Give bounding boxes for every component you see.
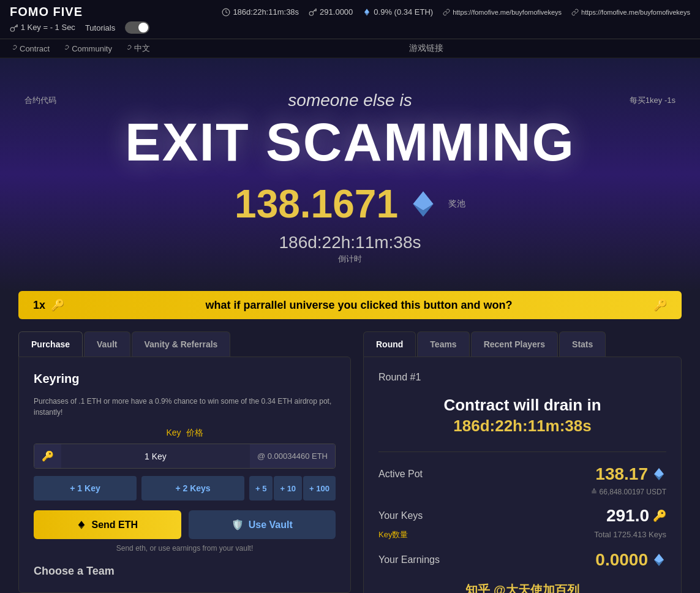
tab-recent-players[interactable]: Recent Players	[471, 331, 558, 357]
eth-icon-header	[363, 8, 371, 17]
info-text: Purchases of .1 ETH or more have a 0.9% …	[34, 396, 336, 418]
qty-plus10[interactable]: + 10	[274, 476, 302, 500]
eth-icon-earnings	[652, 553, 666, 567]
key-price-box: @ 0.00034460 ETH	[250, 444, 335, 468]
keys-stat: 291.0000	[309, 7, 353, 17]
pot-label: 奖池	[448, 198, 465, 210]
keys-sub-label: Key数量	[378, 529, 408, 540]
contract-icon	[10, 45, 17, 52]
key-quantity-input[interactable]	[61, 444, 250, 468]
divider1	[378, 451, 666, 452]
tab-vault[interactable]: Vault	[84, 331, 130, 357]
buy-bar[interactable]: 1x 🔑 what if parrallel universe you clic…	[18, 291, 682, 319]
use-vault-button[interactable]: 🛡️ Use Vault	[189, 510, 336, 539]
your-keys-value-group: 291.0 🔑	[606, 506, 666, 526]
tab-round[interactable]: Round	[363, 331, 416, 357]
key-icon-header	[309, 8, 317, 17]
svg-point-5	[10, 28, 14, 31]
your-keys-label: Your Keys	[378, 510, 423, 521]
community-icon	[62, 45, 69, 52]
eth-chance-stat: 0.9% (0.34 ETH)	[363, 7, 433, 17]
active-pot-usdt: ≙ 66,848.00197 USDT	[378, 488, 666, 496]
link2-stat[interactable]: https://fomofive.me/buyfomofivekeys	[571, 9, 690, 16]
hero-subtitle: someone else is	[288, 91, 412, 110]
active-pot-row: Active Pot 138.17	[378, 464, 666, 484]
pot-amount: 138.1671	[235, 181, 398, 227]
qty-plus1[interactable]: + 1 Key	[34, 476, 137, 500]
svg-line-2	[313, 9, 317, 12]
buy-multiplier: 1x 🔑	[33, 298, 64, 312]
round-title: Round #1	[378, 372, 666, 383]
hero-title: EXIT SCAMMING	[125, 115, 575, 169]
game-link-center: 游戏链接	[162, 43, 690, 54]
tab-purchase[interactable]: Purchase	[18, 331, 83, 357]
nav-row: Contract Community 中文 游戏链接	[0, 39, 700, 58]
right-tabs: Round Teams Recent Players Stats	[363, 331, 682, 357]
logo: FOMO FIVE	[10, 5, 83, 19]
svg-point-1	[309, 11, 313, 15]
tab-teams[interactable]: Teams	[417, 331, 469, 357]
your-earnings-amount: 0.0000	[595, 550, 648, 570]
active-pot-value-group: 138.17	[595, 464, 666, 484]
timer-stat: 186d:22h:11m:38s	[222, 7, 299, 17]
qty-plus2[interactable]: + 2 Keys	[141, 476, 244, 500]
keys-total: Total 1725.413 Keys	[594, 530, 666, 539]
chinese-link-icon	[124, 45, 132, 52]
tab-stats[interactable]: Stats	[559, 331, 606, 357]
active-pot-label: Active Pot	[378, 469, 423, 480]
hero-timer: 186d:22h:11m:38s	[279, 233, 421, 252]
tutorials-toggle[interactable]	[125, 21, 149, 34]
buy-bar-end-icon: 🔑	[653, 298, 667, 312]
nav-contract[interactable]: Contract	[10, 44, 50, 53]
buy-bar-text: what if parrallel universe you clicked t…	[74, 299, 644, 312]
key-input-row: 🔑 @ 0.00034460 ETH	[34, 444, 336, 469]
key-price-label: Key 价格	[34, 428, 336, 439]
clock-icon	[222, 8, 230, 17]
nav-chinese[interactable]: 中文	[124, 43, 150, 54]
qty-group: + 5 + 10 + 100	[249, 476, 336, 500]
purchase-tab-content: Keyring Purchases of .1 ETH or more have…	[18, 357, 351, 593]
round-content: Round #1 Contract will drain in 186d:22h…	[363, 357, 682, 593]
keys-sub-row: Key数量 Total 1725.413 Keys	[378, 529, 666, 540]
eth-send-icon	[77, 520, 86, 530]
key-icon-keys: 🔑	[653, 509, 666, 523]
svg-line-6	[14, 25, 18, 28]
your-earnings-value-group: 0.0000	[595, 550, 666, 570]
action-buttons: Send ETH 🛡️ Use Vault	[34, 510, 336, 539]
link1-icon	[443, 9, 450, 16]
eth-diamond-icon	[408, 189, 438, 219]
main-content: Purchase Vault Vanity & Referrals Keyrin…	[0, 319, 700, 593]
right-panel: Round Teams Recent Players Stats Round #…	[363, 331, 682, 593]
drain-timer: 186d:22h:11m:38s	[378, 416, 666, 437]
active-pot-amount: 138.17	[595, 464, 648, 484]
your-keys-amount: 291.0	[606, 506, 649, 526]
link1-stat[interactable]: https://fomofive.me/buyfomofivekeys	[443, 9, 562, 16]
vault-icon: 🛡️	[231, 519, 244, 531]
send-eth-button[interactable]: Send ETH	[34, 510, 181, 539]
buy-per-label: 每买1key -1s	[630, 95, 676, 106]
qty-plus5[interactable]: + 5	[249, 476, 273, 500]
hero-section: 合约代码 每买1key -1s someone else is EXIT SCA…	[0, 58, 700, 291]
key-icon-box: 🔑	[34, 444, 61, 468]
qty-plus100[interactable]: + 100	[303, 476, 336, 500]
header-stats: 186d:22h:11m:38s 291.0000 0.9% (0.34 ETH…	[222, 7, 690, 17]
eth-icon-pot	[652, 467, 666, 482]
left-tabs: Purchase Vault Vanity & Referrals	[18, 331, 351, 357]
tab-vanity-referrals[interactable]: Vanity & Referrals	[132, 331, 231, 357]
contract-label: 合约代码	[24, 95, 56, 106]
key-icon-right	[10, 24, 18, 32]
key-equals: 1 Key = - 1 Sec	[10, 23, 75, 32]
hero-pot: 138.1671 奖池	[235, 181, 465, 227]
link2-icon	[571, 9, 579, 16]
left-panel: Purchase Vault Vanity & Referrals Keyrin…	[18, 331, 351, 593]
tutorials-label: Tutorials	[85, 23, 115, 32]
header: FOMO FIVE 186d:22h:11m:38s 291.0000 0.9%…	[0, 0, 700, 39]
qty-buttons: + 1 Key + 2 Keys + 5 + 10 + 100	[34, 476, 336, 500]
toggle-knob	[138, 23, 148, 32]
your-keys-row: Your Keys 291.0 🔑	[378, 506, 666, 526]
action-hint: Send eth, or use earnings from your vaul…	[34, 544, 336, 553]
nav-community[interactable]: Community	[62, 44, 112, 53]
your-earnings-label: Your Earnings	[378, 554, 440, 565]
header-right: 1 Key = - 1 Sec Tutorials	[10, 21, 149, 34]
drain-info: Contract will drain in 186d:22h:11m:38s	[378, 395, 666, 437]
